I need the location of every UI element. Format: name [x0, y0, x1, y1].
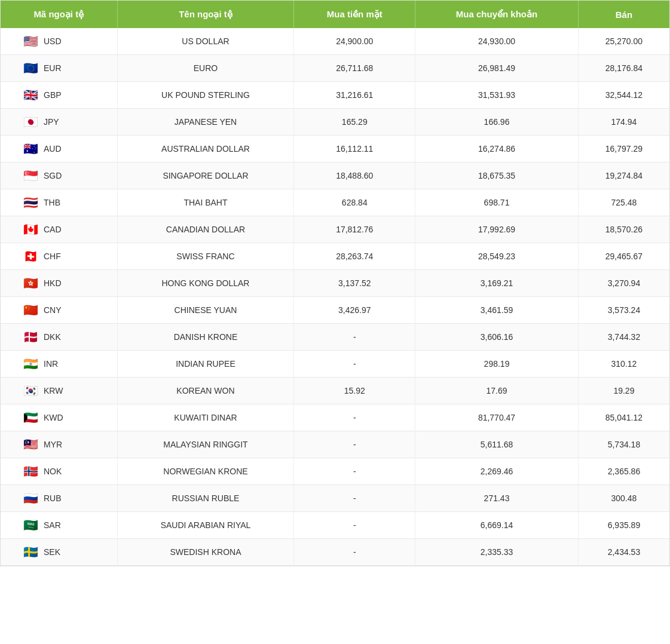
col-header-name: Tên ngoại tệ	[117, 1, 294, 28]
sell-rate: 2,434.53	[578, 539, 669, 566]
currency-code-cell: 🇺🇸 USD	[1, 28, 117, 55]
currency-code-cell: 🇨🇦 CAD	[1, 216, 117, 243]
currency-code-cell: 🇰🇷 KRW	[1, 378, 117, 404]
currency-code: INR	[44, 359, 58, 369]
flag-icon: 🇦🇺	[22, 143, 39, 155]
cash-buy-rate: -	[294, 512, 415, 539]
sell-rate: 32,544.12	[578, 82, 669, 109]
flag-icon: 🇯🇵	[22, 116, 39, 128]
currency-name: SWEDISH KRONA	[117, 539, 294, 566]
currency-code: HKD	[44, 278, 62, 288]
flag-icon: 🇨🇦	[22, 223, 39, 235]
transfer-buy-rate: 17,992.69	[415, 216, 579, 243]
sell-rate: 3,573.24	[578, 297, 669, 324]
currency-code-cell: 🇦🇺 AUD	[1, 136, 117, 162]
flag-icon: 🇰🇷	[22, 385, 39, 397]
cash-buy-rate: -	[294, 485, 415, 512]
currency-code-cell: 🇸🇪 SEK	[1, 539, 117, 566]
currency-code-cell: 🇬🇧 GBP	[1, 82, 117, 109]
table-row: 🇬🇧 GBP UK POUND STERLING31,216.6131,531.…	[1, 82, 669, 109]
table-row: 🇲🇾 MYR MALAYSIAN RINGGIT-5,611.685,734.1…	[1, 431, 669, 458]
sell-rate: 3,744.32	[578, 324, 669, 351]
currency-name: NORWEGIAN KRONE	[117, 458, 294, 485]
currency-name: JAPANESE YEN	[117, 109, 294, 136]
currency-code-cell: 🇹🇭 THB	[1, 189, 117, 216]
transfer-buy-rate: 6,669.14	[415, 512, 579, 539]
currency-code: USD	[44, 36, 62, 46]
transfer-buy-rate: 3,169.21	[415, 270, 579, 297]
flag-icon: 🇸🇦	[22, 519, 39, 531]
flag-icon: 🇺🇸	[22, 35, 39, 47]
col-header-cash: Mua tiền mặt	[294, 1, 415, 28]
currency-code: GBP	[44, 90, 62, 100]
flag-icon: 🇹🇭	[22, 197, 39, 208]
cash-buy-rate: 165.29	[294, 109, 415, 136]
currency-name: CHINESE YUAN	[117, 297, 294, 324]
currency-name: KOREAN WON	[117, 378, 294, 404]
cash-buy-rate: -	[294, 324, 415, 351]
currency-code: KRW	[44, 386, 63, 395]
cash-buy-rate: 15.92	[294, 378, 415, 404]
currency-code: RUB	[44, 493, 62, 503]
sell-rate: 2,365.86	[578, 458, 669, 485]
currency-code-cell: 🇲🇾 MYR	[1, 431, 117, 458]
sell-rate: 5,734.18	[578, 431, 669, 458]
flag-icon: 🇨🇳	[22, 304, 39, 316]
sell-rate: 725.48	[578, 189, 669, 216]
transfer-buy-rate: 28,549.23	[415, 243, 579, 270]
sell-rate: 16,797.29	[578, 136, 669, 162]
currency-name: AUSTRALIAN DOLLAR	[117, 136, 294, 162]
cash-buy-rate: 17,812.76	[294, 216, 415, 243]
table-row: 🇸🇪 SEK SWEDISH KRONA-2,335.332,434.53	[1, 539, 669, 566]
currency-code: EUR	[44, 63, 62, 73]
currency-name: DANISH KRONE	[117, 324, 294, 351]
cash-buy-rate: -	[294, 539, 415, 566]
currency-code-cell: 🇯🇵 JPY	[1, 109, 117, 136]
currency-code: KWD	[44, 413, 63, 422]
transfer-buy-rate: 16,274.86	[415, 136, 579, 162]
currency-name: INDIAN RUPEE	[117, 351, 294, 378]
transfer-buy-rate: 298.19	[415, 351, 579, 378]
currency-code: JPY	[44, 117, 59, 127]
transfer-buy-rate: 26,981.49	[415, 55, 579, 82]
currency-code: CHF	[44, 252, 61, 261]
currency-name: CANADIAN DOLLAR	[117, 216, 294, 243]
transfer-buy-rate: 3,606.16	[415, 324, 579, 351]
table-row: 🇹🇭 THB THAI BAHT628.84698.71725.48	[1, 189, 669, 216]
cash-buy-rate: -	[294, 351, 415, 378]
sell-rate: 300.48	[578, 485, 669, 512]
currency-code-cell: 🇭🇰 HKD	[1, 270, 117, 297]
table-row: 🇯🇵 JPY JAPANESE YEN165.29166.96174.94	[1, 109, 669, 136]
currency-name: HONG KONG DOLLAR	[117, 270, 294, 297]
currency-name: THAI BAHT	[117, 189, 294, 216]
transfer-buy-rate: 17.69	[415, 378, 579, 404]
flag-icon: 🇨🇭	[22, 250, 39, 262]
table-row: 🇷🇺 RUB RUSSIAN RUBLE-271.43300.48	[1, 485, 669, 512]
currency-name: KUWAITI DINAR	[117, 404, 294, 431]
currency-code: SEK	[44, 547, 60, 557]
table-row: 🇭🇰 HKD HONG KONG DOLLAR3,137.523,169.213…	[1, 270, 669, 297]
currency-code-cell: 🇩🇰 DKK	[1, 324, 117, 351]
currency-name: EURO	[117, 55, 294, 82]
cash-buy-rate: -	[294, 431, 415, 458]
cash-buy-rate: 26,711.68	[294, 55, 415, 82]
col-header-transfer: Mua chuyển khoản	[415, 1, 579, 28]
flag-icon: 🇰🇼	[22, 412, 39, 424]
currency-code: SAR	[44, 520, 61, 530]
currency-code: SGD	[44, 171, 62, 180]
table-row: 🇩🇰 DKK DANISH KRONE-3,606.163,744.32	[1, 324, 669, 351]
table-row: 🇳🇴 NOK NORWEGIAN KRONE-2,269.462,365.86	[1, 458, 669, 485]
cash-buy-rate: 628.84	[294, 189, 415, 216]
currency-code-cell: 🇮🇳 INR	[1, 351, 117, 378]
currency-name: SAUDI ARABIAN RIYAL	[117, 512, 294, 539]
sell-rate: 85,041.12	[578, 404, 669, 431]
currency-code: CNY	[44, 305, 62, 315]
sell-rate: 18,570.26	[578, 216, 669, 243]
currency-name: RUSSIAN RUBLE	[117, 485, 294, 512]
transfer-buy-rate: 81,770.47	[415, 404, 579, 431]
exchange-rate-table: Mã ngoại tệ Tên ngoại tệ Mua tiền mặt Mu…	[0, 0, 670, 566]
table-row: 🇰🇷 KRW KOREAN WON15.9217.6919.29	[1, 378, 669, 404]
flag-icon: 🇬🇧	[22, 89, 39, 101]
flag-icon: 🇲🇾	[22, 438, 39, 450]
col-header-code: Mã ngoại tệ	[1, 1, 117, 28]
